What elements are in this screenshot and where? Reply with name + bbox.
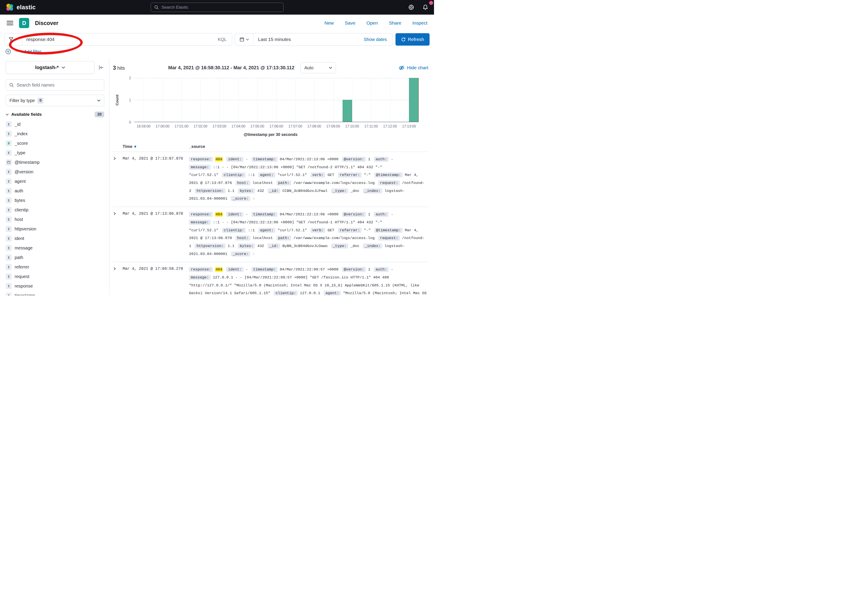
field-value: - [252, 252, 255, 256]
field-name: request [15, 274, 30, 279]
field-value: 04/Mar/2021:22:13:06 +0000 [280, 212, 338, 216]
show-dates-button[interactable]: Show dates [364, 37, 392, 42]
fields-sidebar: logstash-* [0, 58, 109, 296]
interval-select[interactable]: Auto [301, 62, 336, 73]
brand-name: elastic [16, 4, 35, 11]
add-filter-button[interactable]: + Add filter [21, 49, 41, 54]
field-item-_score[interactable]: #_score [6, 139, 104, 148]
x-tick-label: 16:59:00 [137, 124, 151, 129]
expand-row-button[interactable] [113, 266, 123, 296]
x-tick-label: 17:05:00 [251, 124, 264, 129]
open-button[interactable]: Open [366, 21, 378, 26]
histogram-bar[interactable] [409, 78, 419, 122]
new-button[interactable]: New [325, 21, 334, 26]
field-item-host[interactable]: thost [6, 215, 104, 224]
field-chip: response: [189, 267, 213, 272]
discover-page: elastic [0, 0, 434, 296]
field-value: 1.1 [228, 244, 235, 248]
field-value: localhost [252, 181, 273, 185]
filter-options-icon[interactable] [5, 49, 11, 55]
field-name: bytes [15, 198, 25, 203]
field-chip: host: [235, 180, 250, 186]
field-item-response[interactable]: tresponse [6, 281, 104, 291]
search-icon [9, 83, 14, 87]
field-item-@version[interactable]: t@version [6, 167, 104, 177]
field-item-clientip[interactable]: tclientip [6, 205, 104, 215]
menu-hamburger-icon[interactable] [7, 20, 13, 26]
available-fields-header[interactable]: Available fields 20 [6, 112, 104, 117]
field-item-auth[interactable]: tauth [6, 186, 104, 196]
field-value: GET [328, 228, 334, 232]
field-chip: message: [189, 165, 211, 170]
save-button[interactable]: Save [345, 21, 356, 26]
saved-query-menu-button[interactable] [4, 33, 22, 46]
collapse-sidebar-icon[interactable] [98, 65, 104, 70]
doc-timestamp: Mar 4, 2021 @ 17:13:06.870 [123, 210, 189, 258]
index-pattern-label: logstash-* [35, 65, 59, 70]
source-column-header: _source [189, 144, 428, 149]
x-tick-label: 17:11:00 [364, 124, 378, 129]
field-search-input[interactable] [16, 83, 101, 88]
field-value: "curl/7.52.1" [278, 173, 307, 177]
field-item-_index[interactable]: t_index [6, 129, 104, 139]
inspect-button[interactable]: Inspect [412, 21, 427, 26]
date-picker-calendar-button[interactable] [235, 33, 254, 45]
field-value: "-" [364, 173, 371, 177]
field-chip: auth: [374, 157, 389, 162]
field-item-request[interactable]: trequest [6, 272, 104, 281]
field-chip: ident: [226, 267, 243, 272]
field-value: 1 [368, 212, 370, 216]
deployment-icon[interactable] [408, 4, 414, 10]
global-search-input[interactable] [162, 5, 280, 10]
field-value: CCBN_3cB04dGovJLPawl [282, 189, 328, 193]
y-tick-label: 1 [129, 98, 131, 102]
field-item-httpversion[interactable]: thttpversion [6, 224, 104, 234]
field-item-path[interactable]: tpath [6, 253, 104, 262]
field-item-ident[interactable]: tident [6, 234, 104, 243]
field-item-_id[interactable]: t_id [6, 120, 104, 129]
index-pattern-select[interactable]: logstash-* [6, 61, 94, 74]
histogram-bar[interactable] [342, 100, 352, 122]
field-item-bytes[interactable]: tbytes [6, 196, 104, 205]
filter-by-type-select[interactable]: Filter by type 0 [6, 95, 104, 106]
string-field-type-icon: t [6, 235, 12, 241]
field-chip: _id: [267, 188, 280, 194]
field-value: _doc [350, 244, 359, 248]
notifications-bell-icon[interactable] [422, 4, 428, 10]
elastic-brand[interactable]: elastic [6, 3, 35, 11]
field-item-agent[interactable]: tagent [6, 177, 104, 186]
global-header-actions [408, 4, 428, 10]
expand-row-button[interactable] [113, 210, 123, 258]
field-name: agent [15, 179, 26, 184]
x-tick-label: 17:08:00 [307, 124, 321, 129]
time-column-header[interactable]: Time ▼ [123, 144, 189, 149]
header-spacer [113, 144, 123, 149]
kql-language-button[interactable]: KQL [213, 37, 232, 42]
field-item-@timestamp[interactable]: @timestamp [6, 158, 104, 167]
table-row: Mar 4, 2021 @ 17:09:58.278response:404id… [113, 262, 428, 296]
hide-chart-button[interactable]: Hide chart [399, 65, 428, 71]
page-title: Discover [35, 20, 58, 27]
field-item-_type[interactable]: t_type [6, 148, 104, 158]
field-value: - [246, 267, 248, 272]
doc-timestamp: Mar 4, 2021 @ 17:13:07.876 [123, 155, 189, 203]
refresh-button[interactable]: Refresh [396, 33, 430, 46]
field-item-referrer[interactable]: treferrer [6, 262, 104, 272]
x-tick-label: 17:07:00 [288, 124, 302, 129]
field-item-timestamp[interactable]: ttimestamp [6, 291, 104, 296]
x-tick-label: 17:00:00 [156, 124, 169, 129]
kql-query-input[interactable] [27, 37, 213, 42]
field-value: 1 [368, 157, 370, 161]
share-button[interactable]: Share [389, 21, 401, 26]
field-chip: verb: [310, 228, 325, 233]
field-name: _index [15, 131, 28, 136]
field-name: path [15, 255, 23, 260]
expand-row-button[interactable] [113, 155, 123, 203]
notification-dot [429, 1, 433, 5]
field-chip: _score: [231, 196, 250, 201]
field-chip: @timestamp: [374, 173, 403, 177]
time-range-value[interactable]: Last 15 minutes [254, 37, 291, 42]
field-item-message[interactable]: tmessage [6, 243, 104, 253]
field-value: ByBN_3cB04dGovJLOawo [282, 244, 328, 248]
global-search[interactable] [151, 3, 283, 12]
